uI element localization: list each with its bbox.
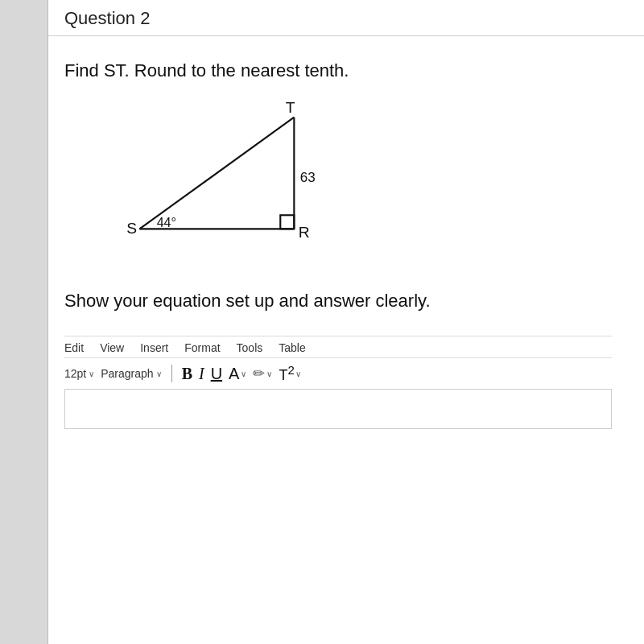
menu-format[interactable]: Format bbox=[184, 341, 220, 354]
triangle-diagram: T S R 44° 63 bbox=[97, 97, 354, 275]
menu-edit[interactable]: Edit bbox=[64, 341, 84, 354]
menu-insert[interactable]: Insert bbox=[140, 341, 168, 354]
paragraph-dropdown[interactable]: Paragraph ∨ bbox=[101, 367, 161, 380]
menu-view[interactable]: View bbox=[100, 341, 124, 354]
editor-input-area[interactable] bbox=[64, 389, 612, 429]
svg-rect-3 bbox=[280, 215, 294, 229]
superscript-label: T2 bbox=[279, 363, 294, 384]
superscript-chevron: ∨ bbox=[295, 369, 301, 378]
superscript-button[interactable]: T2 ∨ bbox=[279, 363, 300, 384]
page-container: Question 2 Find ST. Round to the nearest… bbox=[0, 0, 644, 644]
question-header: Question 2 bbox=[0, 0, 644, 36]
font-color-chevron: ∨ bbox=[241, 369, 246, 378]
vertex-S: S bbox=[126, 220, 137, 237]
triangle-svg: T S R 44° 63 bbox=[97, 97, 354, 275]
font-size-value: 12pt bbox=[64, 367, 86, 380]
left-fold bbox=[0, 0, 48, 644]
vertex-T: T bbox=[286, 99, 295, 116]
paragraph-value: Paragraph bbox=[101, 367, 153, 380]
content-area: Find ST. Round to the nearest tenth. T S… bbox=[0, 36, 644, 644]
toolbar-divider bbox=[171, 365, 172, 382]
font-color-button[interactable]: A ∨ bbox=[229, 365, 246, 383]
italic-button[interactable]: I bbox=[199, 365, 204, 383]
font-size-chevron: ∨ bbox=[89, 369, 94, 378]
highlight-button[interactable]: ✏ ∨ bbox=[253, 365, 272, 382]
instruction-text: Show your equation set up and answer cle… bbox=[64, 291, 612, 312]
menu-tools[interactable]: Tools bbox=[237, 341, 263, 354]
side-label: 63 bbox=[300, 170, 316, 185]
highlight-icon: ✏ bbox=[253, 365, 265, 382]
question-text: Find ST. Round to the nearest tenth. bbox=[64, 60, 612, 81]
angle-label: 44° bbox=[157, 216, 176, 229]
svg-line-2 bbox=[139, 118, 294, 229]
question-title: Question 2 bbox=[64, 8, 150, 28]
vertex-R: R bbox=[299, 224, 310, 241]
bold-button[interactable]: B bbox=[182, 365, 192, 383]
highlight-chevron: ∨ bbox=[266, 369, 272, 378]
underline-button[interactable]: U bbox=[211, 365, 222, 383]
font-color-label: A bbox=[229, 365, 239, 383]
font-size-dropdown[interactable]: 12pt ∨ bbox=[64, 367, 94, 380]
editor-menu-bar: Edit View Insert Format Tools Table bbox=[64, 336, 612, 357]
editor-format-toolbar: 12pt ∨ Paragraph ∨ B I U A ∨ ✏ ∨ T2 ∨ bbox=[64, 357, 612, 387]
menu-table[interactable]: Table bbox=[279, 341, 305, 354]
paragraph-chevron: ∨ bbox=[156, 369, 162, 378]
